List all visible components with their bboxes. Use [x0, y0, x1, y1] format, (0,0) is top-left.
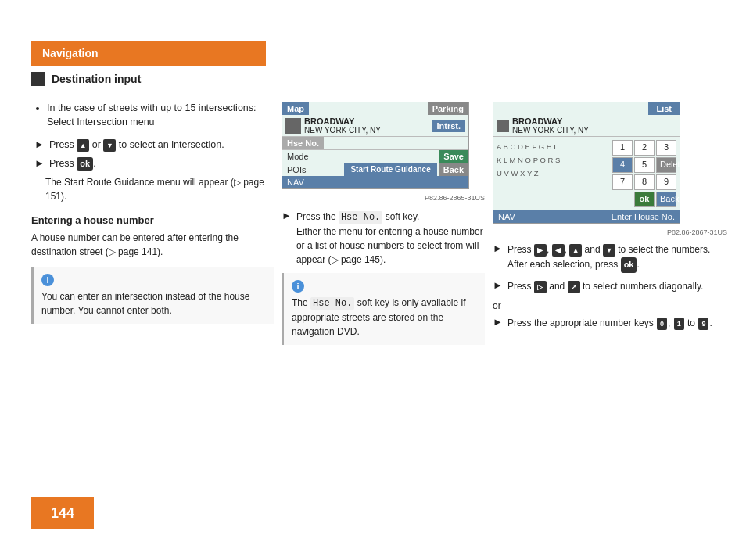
- num-entry-area: A B C D E F G H I K L M N O P O R S U V …: [493, 136, 680, 210]
- save-btn: Save: [439, 150, 468, 163]
- intsrct-btn: Intrst.: [432, 120, 465, 132]
- list-btn: List: [648, 102, 680, 115]
- num-8: 8: [634, 174, 655, 190]
- intsrct-btn-wrap: Intrst.: [432, 120, 465, 132]
- down-key: ▼: [603, 244, 615, 257]
- key-1-badge: 1: [674, 318, 684, 330]
- dest-label-text: Destination input: [52, 73, 141, 85]
- mid-arrows: ► Press the Hse No. soft key. Either the…: [282, 210, 485, 345]
- mid-arrow-1: ► Press the Hse No. soft key. Either the…: [282, 210, 485, 267]
- route-guidance-note: The Start Route Guidance menu will appea…: [31, 175, 274, 203]
- diag-key-1: ▷: [534, 281, 547, 293]
- right-arrow-3: ► Press the appropriate number keys 0, 1…: [493, 316, 727, 331]
- down-key-icon: ▼: [103, 139, 116, 152]
- right-street: BROADWAY: [512, 117, 589, 126]
- letters-row-2: K L M N O P O R S: [497, 153, 612, 167]
- num-screen-mockup: List BROADWAY NEW YORK CITY, NY A B C D …: [493, 102, 680, 224]
- nav-enter: Enter House No.: [612, 212, 675, 221]
- right-arrow-text-2: Press ▷ and ↗ to select numbers diagonal…: [507, 279, 704, 294]
- letters-row-3: U V W X Y Z: [497, 167, 612, 180]
- map-btn: Map: [282, 102, 309, 115]
- right-map-icon: [497, 120, 509, 132]
- right-arrow-2: ► Press ▷ and ↗ to select numbers diagon…: [493, 279, 727, 294]
- right-key: ▶: [534, 244, 547, 257]
- mid-column: Map Parking BROADWAY NEW YORK CITY, NY I…: [282, 102, 485, 345]
- right-city: NEW YORK CITY, NY: [512, 126, 589, 135]
- mid-arrow-text-1: Press the Hse No. soft key. Either the m…: [296, 210, 485, 267]
- screen-mockup-1: Map Parking BROADWAY NEW YORK CITY, NY I…: [282, 102, 469, 189]
- empty-cell: [612, 192, 633, 207]
- key-9-badge: 9: [698, 318, 708, 330]
- letters-row-1: A B C D E F G H I: [497, 140, 612, 153]
- up-key-icon: ▲: [77, 139, 89, 152]
- hse-no-code: Hse No.: [339, 211, 382, 224]
- info-icon-mid: i: [292, 280, 304, 293]
- hse-no-code-2: Hse No.: [310, 297, 354, 310]
- arrow-item-2: ► Press ok.: [31, 157, 274, 171]
- nav-label-2: NAV: [498, 212, 515, 221]
- right-arrow-marker-1: ►: [493, 242, 503, 254]
- nav-header-bar: Navigation: [31, 41, 266, 66]
- info-box-left: i You can enter an intersection instead …: [31, 267, 274, 324]
- letters-row-4: [497, 180, 612, 193]
- arrow-item-1: ► Press ▲ or ▼ to select an intersection…: [31, 138, 274, 153]
- screen-header-row-1: Map Parking: [282, 102, 468, 115]
- mid-info-box: i The Hse No. soft key is only available…: [282, 273, 485, 345]
- right-screen-address: BROADWAY NEW YORK CITY, NY: [493, 115, 680, 136]
- back2-btn: Back: [656, 192, 676, 207]
- num-2: 2: [634, 140, 655, 156]
- up-key: ▲: [569, 244, 582, 257]
- ok-btn-icon: ok: [77, 157, 93, 171]
- number-grid: 1 2 3 4 5 Delete 7 8 9 ok Back: [612, 140, 676, 207]
- back1-btn: Back: [439, 163, 468, 176]
- info-text-left: You can enter an intersection instead of…: [41, 291, 249, 316]
- entering-section-title: Entering a house number: [31, 214, 274, 226]
- nav-label-1: NAV: [287, 178, 304, 187]
- mid-arrow-marker-1: ►: [282, 210, 292, 221]
- header-title: Navigation: [42, 47, 99, 59]
- pois-btns: Start Route Guidance Back: [344, 163, 468, 176]
- diag-key-2: ↗: [568, 281, 580, 293]
- page-number: 144: [51, 505, 74, 522]
- bullet-list: In the case of streets with up to 15 int…: [31, 102, 274, 129]
- num-1: 1: [612, 140, 633, 156]
- or-separator: or: [493, 300, 727, 311]
- screen-address-text: BROADWAY NEW YORK CITY, NY: [304, 117, 381, 135]
- right-arrow-1: ► Press ▶, ◀, ▲ and ▼ to select the numb…: [493, 242, 727, 273]
- arrow-marker-1: ►: [34, 138, 45, 150]
- ok-cell: ok: [634, 192, 655, 207]
- map-thumbnail: [285, 118, 301, 134]
- right-address-text: BROADWAY NEW YORK CITY, NY: [512, 117, 589, 135]
- right-arrow-text-3: Press the appropriate number keys 0, 1 t…: [507, 316, 712, 331]
- right-arrow-marker-2: ►: [493, 279, 503, 291]
- left-key: ◀: [552, 244, 565, 257]
- num-9: 9: [656, 174, 676, 190]
- hse-btn: Hse No.: [282, 137, 324, 149]
- pois-label: POIs: [282, 163, 310, 176]
- right-arrow-marker-3: ►: [493, 316, 503, 328]
- arrow-text-2: Press ok.: [49, 157, 96, 171]
- list-header: List: [493, 102, 680, 115]
- entering-desc: A house number can be entered after ente…: [31, 231, 274, 259]
- start-route-btn: Start Route Guidance: [344, 163, 436, 176]
- dest-label: Destination input: [31, 72, 141, 86]
- parking-btn: Parking: [428, 102, 468, 115]
- delete-btn: Delete: [656, 157, 676, 173]
- screen-address-row: BROADWAY NEW YORK CITY, NY Intrst.: [282, 115, 468, 136]
- nav-bar-2: NAV Enter House No.: [493, 210, 680, 223]
- arrow-text-1: Press ▲ or ▼ to select an intersection.: [49, 138, 224, 153]
- num-3: 3: [656, 140, 676, 156]
- num-5: 5: [634, 157, 655, 173]
- ok-btn-right: ok: [621, 257, 637, 273]
- hseno-row: Hse No.: [282, 136, 468, 149]
- mode-row: Mode Save: [282, 149, 468, 163]
- nav-bar-1: NAV: [282, 176, 468, 188]
- right-column: List BROADWAY NEW YORK CITY, NY A B C D …: [493, 102, 727, 337]
- info-icon-left: i: [41, 274, 54, 286]
- right-arrow-text-1: Press ▶, ◀, ▲ and ▼ to select the number…: [507, 242, 727, 273]
- right-arrows: ► Press ▶, ◀, ▲ and ▼ to select the numb…: [493, 242, 727, 331]
- photo-ref-1: P82.86-2865-31US: [282, 194, 485, 202]
- photo-ref-2: P82.86-2867-31US: [493, 228, 727, 236]
- num-4: 4: [612, 157, 633, 173]
- left-column: In the case of streets with up to 15 int…: [31, 102, 274, 324]
